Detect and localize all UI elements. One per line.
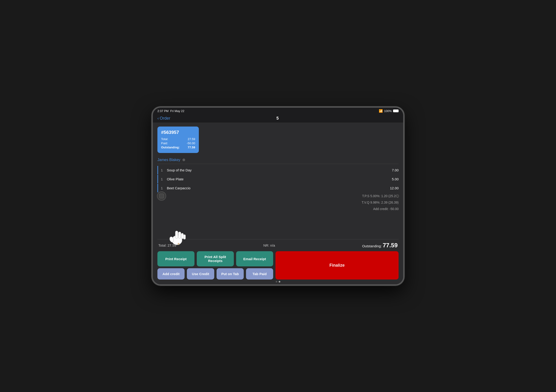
order-card[interactable]: #563957 Total: 27.59 Paid: -50.00 Outsta… [157, 127, 199, 153]
item-qty: 1 [161, 177, 164, 181]
item-name: Soup of the Day [167, 168, 392, 172]
add-credit-button[interactable]: Add credit [157, 268, 185, 279]
back-button[interactable]: ‹ Order [157, 116, 170, 121]
item-price: 12.00 [390, 186, 399, 190]
footer-totals: Total: 27.59 NR: n/a Outstanding: 77.59 [157, 242, 399, 251]
order-outstanding-row: Outstanding: 77.59 [161, 146, 195, 149]
paid-value: -50.00 [187, 141, 195, 145]
page-dot-1 [276, 281, 277, 283]
item-name: Olive Plate [167, 177, 392, 181]
finalize-button[interactable]: Finalize [276, 251, 399, 279]
customer-name: James Blakey [157, 158, 180, 162]
paid-label: Paid: [161, 141, 168, 145]
home-button[interactable] [157, 191, 166, 201]
order-total-row: Total: 27.59 [161, 137, 195, 141]
back-label: Order [160, 116, 170, 121]
order-number: #563957 [161, 130, 195, 135]
ipad-frame: 2:37 PM Fri May 22 📶 100% ‹ Order 5 #563… [151, 106, 405, 286]
item-price: 7.00 [392, 168, 399, 172]
tax-tps-label: T.P.S 5.00%: 1.20 (25.20) [362, 194, 399, 198]
customer-row: James Blakey ⊗ [157, 156, 399, 164]
wifi-icon: 📶 [379, 109, 383, 113]
tax-row-tvq: T.V.Q 9.98%: 2.39 (26.39) [157, 199, 399, 206]
left-buttons: Print Receipt Print All Split Receipts E… [157, 251, 273, 279]
use-credit-button[interactable]: Use Credit [187, 268, 214, 279]
print-all-split-receipts-button[interactable]: Print All Split Receipts [197, 251, 234, 266]
tab-paid-button[interactable]: Tab Paid [246, 268, 273, 279]
tax-row-tps: T.P.S 5.00%: 1.20 (25.20) [157, 193, 399, 199]
put-on-tab-button[interactable]: Put on Tab [216, 268, 244, 279]
credit-applied-row: Add credit: -50.00 [157, 206, 399, 212]
camera [396, 194, 399, 198]
main-content: #563957 Total: 27.59 Paid: -50.00 Outsta… [153, 123, 403, 284]
credit-applied-label: Add credit: -50.00 [373, 207, 399, 211]
order-paid-row: Paid: -50.00 [161, 141, 195, 145]
item-name: Beet Carpaccio [167, 186, 390, 190]
total-label: Total: [161, 137, 168, 141]
battery-icon [393, 109, 399, 112]
order-items-list: 1 Soup of the Day 7.00 1 Olive Plate 5.0… [157, 164, 399, 239]
nav-bar: ‹ Order 5 [153, 114, 403, 123]
side-button [151, 154, 153, 165]
page-dot-2 [279, 281, 280, 283]
status-time: 2:37 PM Fri May 22 [157, 109, 184, 113]
outstanding-label: Outstanding: [161, 146, 180, 149]
email-receipt-button[interactable]: Email Receipt [236, 251, 273, 266]
nav-title: 5 [276, 116, 279, 121]
footer-outstanding: Outstanding: 77.59 [362, 242, 398, 249]
item-qty: 1 [161, 168, 164, 172]
status-bar: 2:37 PM Fri May 22 📶 100% [153, 108, 403, 114]
footer-total: Total: 27.59 [158, 243, 176, 247]
footer-nr: NR: n/a [263, 243, 275, 247]
page-indicators [157, 279, 399, 283]
footer-bar: Total: 27.59 NR: n/a Outstanding: 77.59 … [157, 239, 399, 284]
customer-close-icon[interactable]: ⊗ [182, 158, 185, 162]
buttons-bottom-row: Add credit Use Credit Put on Tab Tab Pai… [157, 268, 273, 279]
chevron-left-icon: ‹ [157, 116, 159, 121]
item-qty: 1 [161, 186, 164, 190]
table-row: 1 Beet Carpaccio 12.00 [157, 184, 399, 192]
print-receipt-button[interactable]: Print Receipt [157, 251, 194, 266]
total-value: 27.59 [188, 137, 195, 141]
table-row: 1 Olive Plate 5.00 [157, 175, 399, 183]
tax-tvq-label: T.V.Q 9.98%: 2.39 (26.39) [362, 201, 399, 204]
item-price: 5.00 [392, 177, 399, 181]
outstanding-value: 77.59 [188, 146, 195, 149]
buttons-top-row: Print Receipt Print All Split Receipts E… [157, 251, 273, 266]
order-header: #563957 Total: 27.59 Paid: -50.00 Outsta… [157, 123, 399, 156]
table-row: 1 Soup of the Day 7.00 [157, 166, 399, 174]
action-buttons-area: Print Receipt Print All Split Receipts E… [157, 251, 399, 279]
battery-percent: 100% [384, 109, 392, 113]
